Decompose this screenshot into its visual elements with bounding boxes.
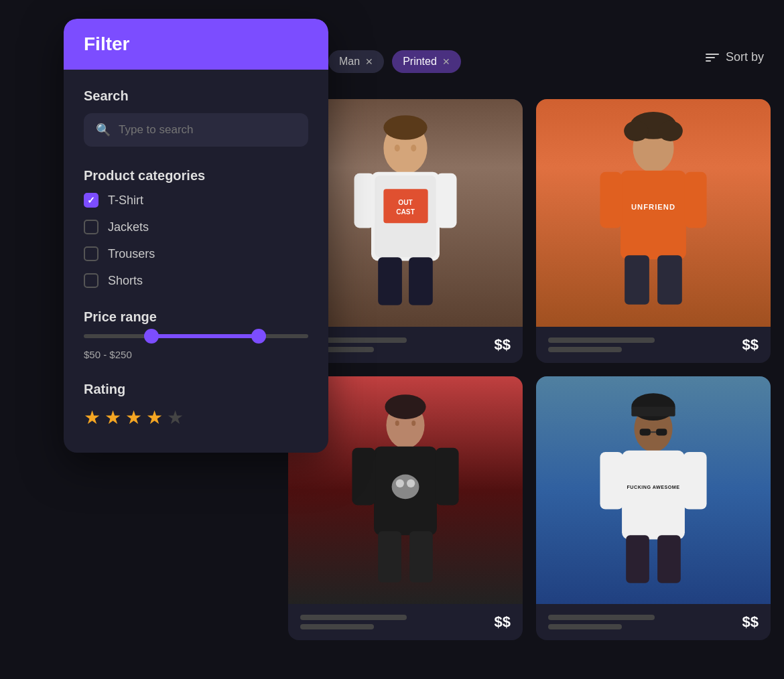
product-name-bar-2: [548, 337, 655, 343]
sort-label: Sort by: [726, 50, 764, 64]
svg-rect-14: [620, 171, 686, 260]
product-image-2: UNFRIEND: [536, 99, 771, 327]
price-range-track[interactable]: [84, 334, 308, 338]
price-section: Price range $50 - $250: [84, 309, 308, 360]
price-label: Price range: [84, 309, 308, 325]
stars-container: ★ ★ ★ ★ ★: [84, 406, 308, 429]
product-info-3: [300, 615, 495, 629]
svg-point-27: [407, 479, 415, 487]
category-trousers[interactable]: Trousers: [84, 246, 308, 261]
svg-rect-44: [640, 429, 651, 435]
category-tshirt[interactable]: T-Shirt: [84, 193, 308, 208]
product-info-2: [548, 337, 742, 352]
svg-rect-6: [354, 173, 375, 228]
product-grid: OUT CAST $$: [288, 99, 771, 640]
price-thumb-max[interactable]: [251, 329, 266, 344]
active-filters-bar: Man ✕ Printed ✕: [328, 50, 461, 73]
rating-section: Rating ★ ★ ★ ★ ★: [84, 382, 308, 429]
product-info-1: [300, 337, 495, 352]
svg-text:CAST: CAST: [396, 208, 415, 216]
star-2[interactable]: ★: [105, 406, 121, 429]
filter-panel: Filter Search 🔍 Product categories T-Shi…: [64, 19, 328, 453]
product-card-4[interactable]: FUCKING AWESOME: [536, 376, 771, 640]
page-container: Man ✕ Printed ✕ Sort by Filter Search 🔍: [0, 0, 784, 679]
svg-point-26: [396, 479, 404, 487]
category-shorts-label: Shorts: [108, 274, 143, 288]
star-1[interactable]: ★: [84, 406, 101, 429]
product-price-1: $$: [495, 336, 511, 354]
filter-header: Filter: [64, 19, 328, 70]
filter-tag-man[interactable]: Man ✕: [328, 50, 384, 73]
rating-label: Rating: [84, 382, 308, 397]
categories-label: Product categories: [84, 168, 308, 183]
svg-rect-43: [631, 407, 675, 417]
star-3[interactable]: ★: [125, 406, 142, 429]
categories-section: Product categories T-Shirt Jackets Trous…: [84, 168, 308, 288]
svg-rect-30: [378, 531, 401, 583]
star-4[interactable]: ★: [146, 406, 163, 429]
search-icon: 🔍: [96, 123, 111, 137]
svg-rect-8: [378, 257, 402, 305]
svg-rect-3: [383, 189, 428, 223]
filter-tag-man-close[interactable]: ✕: [365, 56, 373, 67]
product-price-3: $$: [495, 613, 511, 631]
search-label: Search: [84, 88, 308, 104]
svg-point-10: [383, 115, 427, 140]
svg-point-25: [392, 475, 419, 500]
svg-point-12: [411, 145, 416, 151]
category-jackets-label: Jackets: [108, 220, 149, 234]
svg-point-42: [631, 393, 675, 421]
svg-rect-17: [685, 172, 707, 228]
product-price-4: $$: [742, 613, 759, 631]
svg-rect-28: [352, 448, 375, 506]
svg-point-33: [395, 421, 399, 426]
product-image-4: FUCKING AWESOME: [536, 376, 771, 604]
product-footer-3: $$: [288, 604, 523, 640]
svg-point-11: [395, 145, 400, 151]
svg-rect-9: [409, 257, 433, 305]
checkbox-shorts[interactable]: [84, 273, 99, 288]
category-trousers-label: Trousers: [108, 247, 155, 261]
svg-point-34: [411, 421, 415, 426]
price-range-fill: [151, 334, 259, 338]
category-shorts[interactable]: Shorts: [84, 273, 308, 288]
filter-tag-printed-label: Printed: [403, 56, 437, 68]
svg-rect-29: [436, 448, 459, 506]
checkbox-tshirt[interactable]: [84, 193, 99, 208]
svg-point-32: [385, 394, 426, 419]
product-name-bar2-2: [548, 347, 622, 352]
search-section: Search 🔍: [84, 88, 308, 147]
price-thumb-min[interactable]: [144, 329, 159, 344]
product-price-2: $$: [742, 336, 759, 354]
svg-rect-31: [409, 531, 433, 583]
svg-text:FUCKING AWESOME: FUCKING AWESOME: [627, 485, 679, 490]
sort-button[interactable]: Sort by: [706, 50, 764, 64]
svg-point-22: [658, 121, 683, 141]
svg-rect-7: [436, 173, 457, 228]
product-name-bar-3: [300, 615, 407, 620]
category-tshirt-label: T-Shirt: [108, 194, 143, 208]
product-card-2[interactable]: UNFRIEND $$: [536, 99, 771, 363]
product-info-4: [548, 615, 742, 629]
svg-rect-36: [622, 451, 685, 540]
svg-rect-41: [657, 535, 681, 583]
category-jackets[interactable]: Jackets: [84, 220, 308, 234]
checkbox-trousers[interactable]: [84, 246, 99, 261]
filter-tag-printed-close[interactable]: ✕: [442, 56, 450, 67]
svg-text:OUT: OUT: [398, 199, 413, 206]
checkbox-jackets[interactable]: [84, 220, 99, 234]
svg-rect-18: [625, 255, 649, 304]
product-footer-4: $$: [536, 604, 771, 640]
product-name-bar-4: [548, 615, 655, 620]
search-box[interactable]: 🔍: [84, 113, 308, 147]
filter-title: Filter: [84, 33, 308, 55]
svg-rect-16: [600, 172, 622, 228]
star-5[interactable]: ★: [167, 406, 184, 429]
svg-point-21: [624, 121, 649, 141]
search-input[interactable]: [119, 123, 296, 137]
svg-rect-45: [656, 429, 667, 435]
filter-tag-printed[interactable]: Printed ✕: [392, 50, 461, 73]
sort-icon: [706, 54, 719, 62]
svg-rect-39: [683, 452, 707, 510]
price-values: $50 - $250: [84, 349, 308, 360]
